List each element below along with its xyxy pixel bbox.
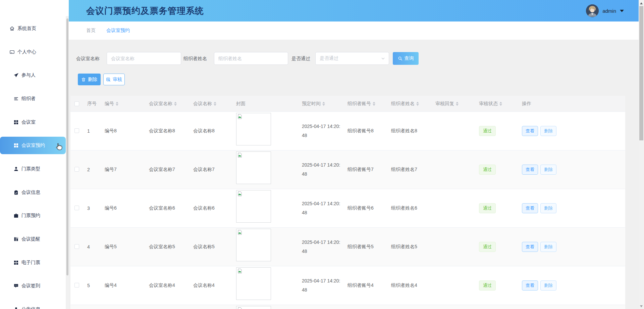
column-label: 封面 xyxy=(236,101,246,107)
view-button[interactable]: 查看 xyxy=(522,242,538,252)
broken-image-icon xyxy=(237,268,243,274)
cell-organizer-account: 组织者账号4 xyxy=(344,282,388,289)
avatar[interactable] xyxy=(586,4,599,17)
cell-meeting-name: 会议名称8 xyxy=(190,128,233,134)
row-checkbox[interactable] xyxy=(74,167,79,172)
cell-reserve-time: 2025-04-17 14:20:48 xyxy=(299,122,344,140)
book-icon xyxy=(13,236,19,242)
page-scrollbar[interactable] xyxy=(639,0,644,309)
delete-row-button[interactable]: 删除 xyxy=(540,242,556,252)
row-checkbox[interactable] xyxy=(74,244,79,249)
sidebar-item-2[interactable]: 个人中心 xyxy=(0,40,66,64)
room-name-label: 会议室名称 xyxy=(76,52,100,65)
delete-row-button[interactable]: 删除 xyxy=(540,165,556,175)
view-button[interactable]: 查看 xyxy=(522,165,538,175)
sidebar-item-label: 组织者 xyxy=(21,96,36,102)
scroll-up-icon[interactable] xyxy=(640,2,643,4)
column-header-3[interactable]: 会议室名称 xyxy=(146,101,190,107)
sidebar-item-11[interactable]: 电子门票 xyxy=(0,251,66,274)
cover-image-placeholder xyxy=(236,113,271,145)
view-button[interactable]: 查看 xyxy=(522,126,538,136)
sidebar-item-1[interactable]: 系统首页 xyxy=(0,17,66,40)
sidebar-item-8[interactable]: 会议信息 xyxy=(0,181,66,204)
cell-index: 3 xyxy=(84,206,101,211)
page-scrollbar-thumb[interactable] xyxy=(639,6,643,140)
row-checkbox[interactable] xyxy=(74,206,79,210)
sidebar-item-7[interactable]: 门票类型 xyxy=(0,157,66,181)
view-button[interactable]: 查看 xyxy=(522,203,538,213)
cell-organizer-account: 组织者账号5 xyxy=(344,244,388,250)
cover-image-placeholder xyxy=(236,267,271,300)
row-checkbox[interactable] xyxy=(74,283,79,288)
scroll-down-icon[interactable] xyxy=(640,305,643,307)
search-button[interactable]: 查询 xyxy=(393,52,419,65)
sidebar-item-label: 门票类型 xyxy=(21,166,40,172)
column-label: 组织者姓名 xyxy=(391,101,415,107)
organizer-name-label: 组织者姓名 xyxy=(183,52,207,65)
table-row: 2 编号7 会议室名称7 会议名称7 2025-04-17 14:20:48 组… xyxy=(70,150,625,189)
sidebar-item-label: 会议信息 xyxy=(21,189,40,195)
sidebar-item-13[interactable]: 公告信息 xyxy=(0,298,66,309)
room-name-input[interactable] xyxy=(107,52,181,65)
cell-organizer-name: 组织者姓名8 xyxy=(388,128,432,134)
cover-image-placeholder xyxy=(236,229,271,261)
column-header-11: 操作 xyxy=(519,101,625,107)
column-label: 序号 xyxy=(87,101,97,107)
column-label: 编号 xyxy=(105,101,114,107)
cell-room-name: 会议室名称7 xyxy=(146,167,190,173)
app-header: 会议门票预约及票务管理系统 admin xyxy=(69,0,639,21)
delete-button[interactable]: 删除 xyxy=(78,74,101,85)
cell-reserve-time: 2025-04-17 14:20:48 xyxy=(299,199,344,217)
sidebar-item-12[interactable]: 会议签到 xyxy=(0,274,66,298)
delete-row-button[interactable]: 删除 xyxy=(540,126,556,136)
sort-caret-icon[interactable] xyxy=(174,102,177,106)
table-row: 1 编号8 会议室名称8 会议名称8 2025-04-17 14:20:48 组… xyxy=(70,112,625,150)
sidebar-item-label: 会议签到 xyxy=(21,283,40,289)
sidebar-scrollbar-thumb[interactable] xyxy=(66,18,68,275)
cover-image-placeholder xyxy=(236,151,271,184)
cell-code: 编号8 xyxy=(101,128,146,134)
view-button[interactable]: 查看 xyxy=(522,280,538,291)
sort-caret-icon[interactable] xyxy=(214,102,216,106)
column-header-4[interactable]: 会议名称 xyxy=(190,101,233,107)
sidebar-item-label: 系统首页 xyxy=(17,26,36,32)
column-header-7[interactable]: 组织者账号 xyxy=(344,101,388,107)
select-all-checkbox[interactable] xyxy=(74,101,79,106)
sidebar-scrollbar[interactable] xyxy=(66,16,69,309)
delete-row-button[interactable]: 删除 xyxy=(540,203,556,213)
cell-organizer-name: 组织者姓名5 xyxy=(388,244,432,250)
organizer-name-input[interactable] xyxy=(214,52,288,65)
audit-button[interactable]: 审核 xyxy=(103,74,125,85)
column-header-9[interactable]: 审核回复 xyxy=(432,101,476,107)
sort-caret-icon[interactable] xyxy=(499,102,502,106)
sort-caret-icon[interactable] xyxy=(456,102,459,106)
breadcrumb-current[interactable]: 会议室预约 xyxy=(106,28,130,34)
cell-organizer-name: 组织者姓名6 xyxy=(388,205,432,211)
sidebar-item-9[interactable]: 门票预约 xyxy=(0,204,66,228)
delete-row-button[interactable]: 删除 xyxy=(540,280,556,291)
column-header-8[interactable]: 组织者姓名 xyxy=(388,101,432,107)
row-checkbox[interactable] xyxy=(74,128,79,133)
user-menu[interactable]: admin xyxy=(586,0,624,21)
column-label: 预定时间 xyxy=(302,101,321,107)
sidebar-item-3[interactable]: 参与人 xyxy=(0,63,66,87)
cell-organizer-name: 组织者姓名7 xyxy=(388,167,432,173)
breadcrumb-home[interactable]: 首页 xyxy=(86,28,96,34)
sidebar-item-10[interactable]: 会议提醒 xyxy=(0,227,66,251)
sort-caret-icon[interactable] xyxy=(322,102,325,106)
cell-reserve-time: 2025-04-17 14:20:48 xyxy=(299,161,344,179)
column-header-2[interactable]: 编号 xyxy=(101,101,146,107)
sidebar-item-5[interactable]: 会议室 xyxy=(0,111,66,134)
sort-caret-icon[interactable] xyxy=(116,102,118,106)
table-header-row: 序号编号会议室名称会议名称封面预定时间组织者账号组织者姓名审核回复审核状态操作 xyxy=(70,96,625,112)
sort-caret-icon[interactable] xyxy=(416,102,419,106)
approved-select[interactable]: 是否通过 xyxy=(315,52,389,65)
sidebar-item-4[interactable]: 组织者 xyxy=(0,87,66,111)
column-header-6[interactable]: 预定时间 xyxy=(299,101,344,107)
cell-code: 编号5 xyxy=(101,244,146,250)
column-header-10[interactable]: 审核状态 xyxy=(476,101,519,107)
status-badge: 通过 xyxy=(479,165,496,175)
cell-room-name: 会议室名称6 xyxy=(146,205,190,211)
sort-caret-icon[interactable] xyxy=(373,102,375,106)
sidebar-item-label: 公告信息 xyxy=(21,306,40,309)
